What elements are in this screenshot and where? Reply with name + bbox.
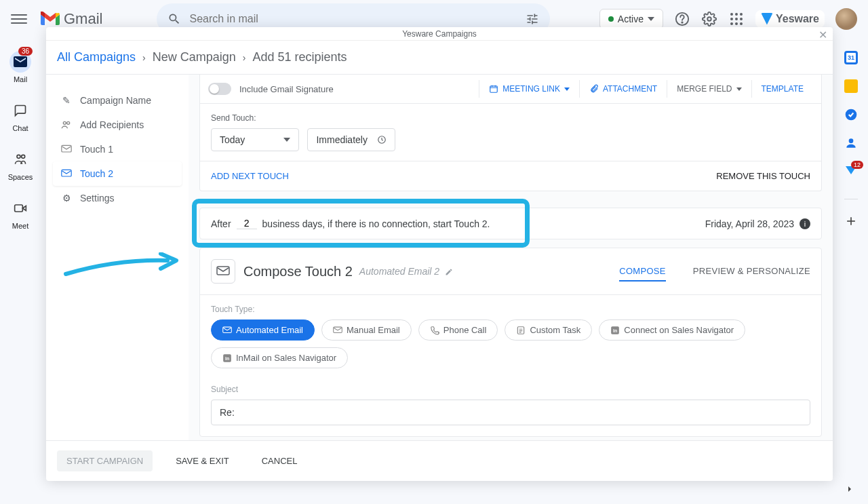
sidebar-settings[interactable]: ⚙ Settings (53, 186, 182, 210)
tab-preview[interactable]: PREVIEW & PERSONALIZE (693, 262, 810, 282)
nav-spaces-label: Spaces (8, 173, 33, 181)
signature-toggle[interactable] (208, 83, 231, 95)
clock-icon (377, 135, 387, 144)
contacts-icon[interactable] (844, 136, 858, 150)
touch-type-label: Touch Type: (211, 305, 810, 314)
cancel-button[interactable]: CANCEL (252, 450, 307, 471)
svg-point-13 (22, 155, 25, 158)
compose-header: Compose Touch 2 Automated Email 2 COMPOS… (200, 248, 821, 295)
add-next-touch-button[interactable]: ADD NEXT TOUCH (211, 171, 289, 181)
gmail-nav: 36 Mail Chat Spaces Meet (0, 37, 41, 504)
attachment-button[interactable]: ATTACHMENT (579, 80, 667, 98)
delay-after: business days, if there is no connection… (262, 218, 490, 229)
chip-custom-task[interactable]: Custom Task (505, 319, 592, 341)
search-input[interactable] (189, 13, 517, 25)
linkedin-icon: in (222, 353, 232, 363)
subject-input[interactable] (211, 400, 810, 425)
yesware-text: Yesware (776, 13, 819, 25)
toolbar-actions: MEETING LINK ATTACHMENT MERGE FIELD (479, 80, 813, 98)
nav-meet[interactable]: Meet (9, 197, 31, 230)
nav-mail-label: Mail (14, 75, 27, 83)
chip-inmail-navigator[interactable]: in InMail on Sales Navigator (211, 347, 348, 368)
tab-compose[interactable]: COMPOSE (619, 262, 666, 282)
signature-label: Include Gmail Signature (239, 84, 334, 94)
calendar-icon[interactable]: 31 (844, 51, 858, 64)
svg-point-10 (735, 22, 738, 25)
nav-spaces[interactable]: Spaces (8, 149, 33, 181)
menu-icon[interactable] (11, 11, 27, 27)
gmail-logo-text: Gmail (64, 10, 102, 28)
send-day-dropdown[interactable]: Today (211, 128, 299, 151)
chevron-right-icon[interactable] (844, 484, 858, 497)
rail-divider (844, 199, 858, 199)
send-time-dropdown[interactable]: Immediately (307, 128, 395, 151)
chip-phone-call[interactable]: Phone Call (418, 319, 498, 341)
tune-icon[interactable] (526, 12, 539, 26)
svg-point-16 (849, 138, 854, 143)
chevron-right-icon: › (142, 52, 146, 63)
svg-point-8 (740, 18, 743, 20)
svg-rect-14 (15, 205, 23, 212)
checklist-icon (516, 326, 526, 335)
template-button[interactable]: TEMPLATE (751, 80, 813, 98)
mail-icon (222, 326, 232, 334)
chevron-down-icon (736, 88, 742, 91)
tasks-icon[interactable] (844, 108, 858, 121)
add-icon[interactable] (844, 214, 858, 228)
delay-row: After business days, if there is no conn… (200, 208, 821, 239)
breadcrumb-all[interactable]: All Campaigns (57, 50, 136, 64)
apps-icon[interactable] (728, 11, 745, 27)
touch-type-section: Touch Type: Automated Email Manual Email (200, 295, 821, 378)
nav-chat[interactable]: Chat (9, 100, 31, 132)
chevron-down-icon (283, 138, 290, 142)
mail-send-icon (61, 168, 72, 179)
chip-connect-navigator[interactable]: in Connect on Sales Navigator (599, 319, 745, 341)
yesware-rail-icon[interactable]: 12 (844, 165, 858, 178)
svg-point-11 (740, 22, 743, 25)
calendar-icon (489, 84, 498, 94)
sidebar-label: Campaign Name (80, 95, 151, 106)
start-campaign-button[interactable]: START CAMPAIGN (57, 450, 153, 471)
chip-automated-email[interactable]: Automated Email (211, 319, 315, 341)
sidebar-add-recipients[interactable]: Add Recipients (53, 113, 182, 137)
content-area: Include Gmail Signature MEETING LINK ATT… (189, 75, 833, 440)
remove-touch-button[interactable]: REMOVE THIS TOUCH (716, 171, 810, 181)
send-label: Send Touch: (211, 113, 810, 123)
gmail-logo[interactable]: Gmail (41, 10, 102, 28)
avatar[interactable] (835, 8, 857, 30)
yesware-brand[interactable]: Yesware (755, 10, 825, 28)
chip-manual-email[interactable]: Manual Email (321, 319, 412, 341)
sidebar-campaign-name[interactable]: ✎ Campaign Name (53, 88, 182, 113)
campaign-modal: Yesware Campaigns ✕ All Campaigns › New … (46, 27, 833, 481)
sidebar-label: Touch 1 (80, 144, 113, 155)
delay-days-input[interactable] (237, 218, 257, 229)
pencil-icon[interactable] (445, 268, 453, 276)
info-icon[interactable]: i (800, 218, 810, 229)
svg-point-4 (735, 13, 738, 16)
nav-mail[interactable]: 36 Mail (9, 51, 31, 83)
delay-card: After business days, if there is no conn… (199, 208, 822, 239)
close-icon[interactable]: ✕ (818, 28, 827, 41)
merge-field-button[interactable]: MERGE FIELD (667, 80, 751, 98)
svg-rect-19 (62, 145, 71, 152)
status-pill[interactable]: Active (599, 9, 663, 29)
pencil-icon: ✎ (61, 95, 72, 106)
spaces-icon (14, 153, 27, 166)
svg-rect-25 (334, 327, 342, 332)
right-rail: 31 12 (834, 37, 868, 504)
mail-badge: 36 (18, 47, 33, 56)
yesware-badge: 12 (851, 161, 863, 169)
sidebar-touch-2[interactable]: Touch 2 (53, 161, 182, 186)
help-icon[interactable] (674, 11, 690, 27)
send-section: Send Touch: Today Immediately (200, 104, 821, 161)
sidebar-touch-1[interactable]: Touch 1 (53, 137, 182, 161)
keep-icon[interactable] (844, 79, 858, 93)
paperclip-icon (589, 84, 599, 94)
save-exit-button[interactable]: SAVE & EXIT (166, 450, 239, 471)
chat-icon (14, 104, 27, 117)
settings-icon[interactable] (701, 11, 717, 27)
linkedin-icon: in (610, 326, 620, 335)
meeting-link-button[interactable]: MEETING LINK (479, 80, 579, 98)
svg-point-1 (682, 22, 682, 22)
sidebar-label: Settings (80, 193, 115, 203)
